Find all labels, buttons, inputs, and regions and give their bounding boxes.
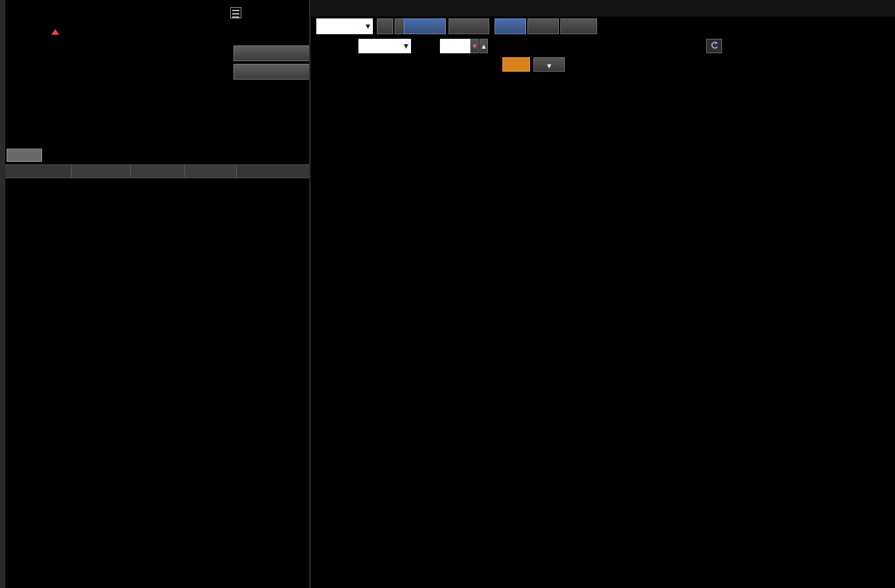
sell-qty-header xyxy=(71,165,132,178)
normal-mode-button[interactable] xyxy=(495,18,526,34)
quote-panel xyxy=(5,0,309,588)
count-up-button[interactable]: ▲ xyxy=(479,39,488,53)
price-header xyxy=(130,165,185,178)
count-mode-select[interactable]: ▼ xyxy=(358,39,411,53)
prev-button[interactable] xyxy=(377,18,393,34)
edit-button[interactable] xyxy=(502,57,530,72)
chevron-down-icon: ▼ xyxy=(366,18,370,34)
chart-panel: ▼ ▼ ▼ ▲ ▼ xyxy=(311,0,895,588)
interval-select[interactable]: ▼ xyxy=(316,18,373,34)
bar-count-input[interactable] xyxy=(440,39,470,53)
trade-caution-button[interactable] xyxy=(233,45,310,61)
chevron-down-icon: ▼ xyxy=(404,39,408,53)
trading-app-window: { "quote": { "code": "1332", "name": "ニッ… xyxy=(0,0,895,588)
register-dropdown[interactable]: ▼ xyxy=(533,57,565,72)
composite-board-button[interactable] xyxy=(7,149,42,162)
list-icon xyxy=(230,7,241,18)
spread-mode-button[interactable] xyxy=(560,18,597,34)
reload-icon xyxy=(710,41,719,50)
display-period-button[interactable] xyxy=(404,18,446,34)
buy-qty-header xyxy=(184,165,237,178)
add-watchlist-button[interactable] xyxy=(233,64,310,80)
chart-tabbar xyxy=(311,0,895,16)
technical-button[interactable] xyxy=(448,18,489,34)
up-arrow-icon xyxy=(51,29,59,35)
reload-button[interactable] xyxy=(706,39,722,53)
order-book-header xyxy=(5,164,309,178)
indexed-mode-button[interactable] xyxy=(527,18,559,34)
chevron-down-icon: ▼ xyxy=(547,63,551,69)
chart-canvas[interactable] xyxy=(311,76,895,588)
count-down-button[interactable]: ▼ xyxy=(470,39,479,53)
